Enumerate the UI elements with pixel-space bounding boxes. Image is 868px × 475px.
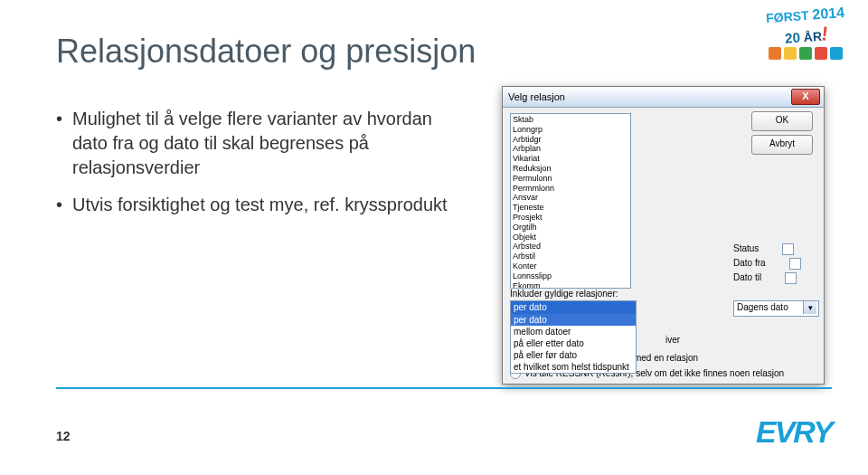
logo-line2: 20 bbox=[785, 30, 801, 46]
combo-selected[interactable]: per dato bbox=[511, 301, 636, 314]
piechart-icon bbox=[830, 47, 843, 60]
partially-covered-text: iver bbox=[665, 335, 680, 345]
combo-option[interactable]: et hvilket som helst tidspunkt bbox=[511, 361, 636, 373]
logo-year: 2014 bbox=[812, 5, 845, 22]
piggybank-icon bbox=[769, 47, 781, 60]
list-item[interactable]: Arbsted bbox=[513, 242, 628, 252]
list-item[interactable]: Vikariat bbox=[513, 154, 628, 164]
close-button[interactable]: X bbox=[791, 89, 820, 105]
logo-line1: FØRST bbox=[766, 8, 809, 25]
combo-option[interactable]: på eller etter dato bbox=[511, 337, 636, 349]
side-checkbox-group: Status Dato fra Dato til bbox=[733, 242, 801, 285]
lightbulb-icon bbox=[784, 47, 797, 60]
list-item[interactable]: Orgtilh bbox=[513, 223, 628, 233]
relation-listbox[interactable]: Sktab Lonngrp Arbtidgr Arbplan Vikariat … bbox=[510, 113, 631, 289]
folder-icon bbox=[815, 47, 827, 60]
status-label: Status bbox=[733, 242, 759, 256]
include-combo[interactable]: per dato per dato mellom datoer på eller… bbox=[510, 300, 637, 374]
list-item[interactable]: Tjeneste bbox=[513, 203, 628, 213]
list-item[interactable]: Sktab bbox=[513, 115, 628, 125]
list-item[interactable]: Objekt bbox=[513, 233, 628, 242]
page-number: 12 bbox=[56, 429, 71, 443]
datofra-label: Dato fra bbox=[733, 256, 766, 271]
list-item[interactable]: Lonngrp bbox=[513, 125, 628, 135]
include-label: Inkluder gyldige relasjoner: bbox=[510, 289, 618, 299]
evry-logo: EVRY bbox=[756, 414, 832, 450]
dialog-titlebar: Velg relasjon X bbox=[503, 87, 824, 108]
datofra-checkbox[interactable] bbox=[789, 258, 801, 270]
ok-button[interactable]: OK bbox=[751, 111, 813, 131]
date-combo[interactable]: Dagens dato bbox=[733, 300, 819, 317]
logo-icon-row bbox=[769, 47, 843, 60]
footer-divider bbox=[56, 387, 832, 389]
bullet-item: Mulighet til å velge flere varianter av … bbox=[56, 107, 472, 180]
combo-option[interactable]: per dato bbox=[511, 314, 636, 326]
list-item[interactable]: Reduksjon bbox=[513, 164, 628, 174]
list-item[interactable]: Prosjekt bbox=[513, 213, 628, 223]
datotil-checkbox[interactable] bbox=[785, 272, 797, 284]
logo-excl: ! bbox=[821, 22, 830, 46]
dialog-title-text: Velg relasjon bbox=[508, 91, 565, 102]
list-item[interactable]: Permmlonn bbox=[513, 184, 628, 194]
combo-option[interactable]: på eller før dato bbox=[511, 349, 636, 361]
slide-title: Relasjonsdatoer og presisjon bbox=[56, 33, 476, 71]
list-item[interactable]: Lonnsslipp bbox=[513, 271, 628, 281]
status-checkbox[interactable] bbox=[782, 243, 794, 255]
bullet-list: Mulighet til å velge flere varianter av … bbox=[56, 107, 472, 230]
list-item[interactable]: Ekomm bbox=[513, 281, 628, 289]
list-item[interactable]: Konter bbox=[513, 261, 628, 271]
logo-ar: ÅR bbox=[803, 29, 822, 44]
forst-logo: FØRST 2014 20 ÅR! bbox=[766, 5, 847, 50]
combo-option[interactable]: mellom datoer bbox=[511, 326, 636, 337]
datotil-label: Dato til bbox=[733, 271, 761, 285]
list-item[interactable]: Permulonn bbox=[513, 174, 628, 184]
calendar-icon bbox=[799, 47, 812, 60]
list-item[interactable]: Arbplan bbox=[513, 144, 628, 154]
cancel-button[interactable]: Avbryt bbox=[751, 135, 813, 155]
bullet-item: Utvis forsiktighet og test mye, ref. kry… bbox=[56, 193, 472, 217]
relation-dialog: Velg relasjon X Sktab Lonngrp Arbtidgr A… bbox=[502, 86, 825, 385]
list-item[interactable]: Arbtidgr bbox=[513, 135, 628, 145]
list-item[interactable]: Arbstil bbox=[513, 252, 628, 261]
list-item[interactable]: Ansvar bbox=[513, 193, 628, 203]
